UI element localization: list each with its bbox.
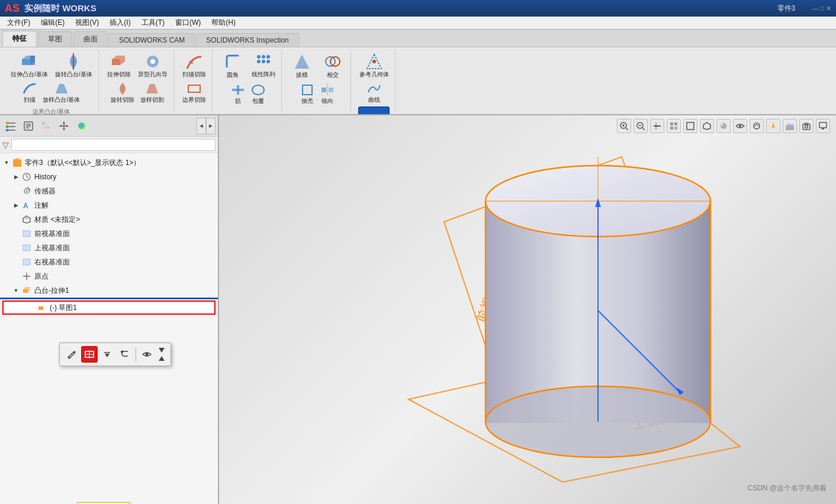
btn-mirror[interactable]: 镜向 [319, 82, 336, 106]
root-expand-arrow[interactable]: ▼ [2, 159, 11, 167]
nav-prev-btn[interactable]: ◄ [197, 118, 206, 134]
svg-point-58 [26, 190, 28, 192]
ribbon-tabs: 特征 草图 曲面 SOLIDWORKS CAM SOLIDWORKS Inspe… [0, 30, 836, 47]
history-expand-arrow[interactable]: ▶ [12, 173, 20, 181]
tree-item-history[interactable]: ▶ History [0, 170, 218, 184]
btn-linear-pattern[interactable]: 线性阵列 [249, 51, 278, 79]
tree-item-top-plane[interactable]: ▶ 上视基准面 [0, 241, 218, 255]
ctx-order-btn[interactable] [99, 346, 115, 363]
boss-extrude1-icon [21, 285, 32, 296]
fillet-icon [223, 52, 242, 71]
extrude-cut-label: 拉伸切除 [107, 71, 131, 78]
btn-extrude-cut[interactable]: 拉伸切除 [105, 51, 133, 79]
btn-rib[interactable]: 筋 [229, 82, 247, 106]
btn-sweep-cut[interactable]: 扫描切除 [180, 51, 208, 79]
tree-item-origin[interactable]: ▶ 原点 [0, 269, 218, 283]
boundary-cut-icon [187, 82, 201, 96]
filter-bar: ▽ [0, 137, 218, 153]
appearance-btn[interactable] [73, 118, 90, 134]
btn-wrap[interactable]: 包覆 [249, 82, 267, 106]
wrap-label: 包覆 [252, 97, 264, 105]
ribbon-row-protrusion: 拉伸凸台/基体 旋转凸台/基体 [8, 51, 95, 79]
tree-root[interactable]: ▼ 零件3（默认<<默认>_显示状态 1>） [0, 156, 218, 170]
history-icon [21, 172, 32, 182]
svg-point-17 [266, 60, 270, 63]
svg-marker-50 [66, 125, 69, 127]
tree-item-material[interactable]: ▶ 材质 <未指定> [0, 212, 218, 227]
tab-sw-cam[interactable]: SOLIDWORKS CAM [109, 33, 195, 47]
filter-input[interactable] [11, 139, 216, 151]
menu-help[interactable]: 帮助(H) [207, 17, 240, 29]
root-icon [12, 157, 22, 168]
menu-view[interactable]: 视图(V) [70, 17, 104, 29]
ctx-eye-btn[interactable] [139, 346, 155, 363]
tree-item-sketch1[interactable]: ▶ (-) 草图1 [2, 301, 216, 315]
draft-icon [292, 52, 311, 71]
ribbon-row-fillet: 圆角 线性阵列 [218, 51, 278, 80]
titlebar: AS 实例随时 WORKS 零件3 — □ ✕ [0, 0, 836, 17]
tree-item-boss-extrude1[interactable]: ▼ 凸台-拉伸1 [0, 283, 218, 298]
svg-rect-64 [23, 259, 30, 265]
btn-draft[interactable]: 拔模 [288, 51, 316, 80]
ctx-move-up-btn[interactable] [156, 355, 167, 363]
tab-sketch[interactable]: 草图 [38, 31, 72, 47]
menu-edit[interactable]: 编辑(E) [36, 17, 69, 29]
menu-file[interactable]: 文件(F) [2, 17, 35, 29]
btn-boundary-cut[interactable]: 边界切除 [181, 80, 208, 105]
viewport[interactable]: 上视基准面 前视基准面 [219, 115, 836, 504]
btn-fillet[interactable]: 圆角 [218, 51, 247, 80]
tree-item-right-plane[interactable]: ▶ 右视基准面 [0, 255, 218, 269]
ribbon-group-fillet: 圆角 线性阵列 筋 [215, 50, 282, 112]
tree-item-annotation[interactable]: ▶ A 注解 [0, 198, 218, 212]
linear-pattern-icon [254, 52, 273, 71]
property-manager-btn[interactable] [20, 118, 37, 134]
btn-ref-geometry[interactable]: 参考几何体 [357, 51, 391, 79]
svg-point-15 [257, 60, 261, 63]
tree-item-front-plane[interactable]: ▶ 前视基准面 [0, 227, 218, 241]
tab-features[interactable]: 特征 [2, 31, 37, 47]
annotation-expand-arrow[interactable]: ▶ [12, 201, 20, 209]
ctx-move-down-btn[interactable] [156, 345, 167, 354]
loft-cut-label: 放样切割 [140, 96, 164, 104]
menu-insert[interactable]: 插入(I) [105, 17, 135, 29]
rib-label: 筋 [235, 97, 241, 105]
btn-loft-boss[interactable]: 放样凸台/基体 [41, 80, 82, 105]
btn-shell[interactable]: 抽壳 [298, 82, 316, 106]
linear-pattern-label: 线性阵列 [252, 71, 275, 78]
viewport-3d[interactable]: 上视基准面 前视基准面 [219, 115, 836, 504]
btn-loft-cut[interactable]: 放样切割 [139, 80, 166, 105]
move-triad-btn[interactable] [56, 118, 72, 134]
btn-revolve-boss[interactable]: 旋转凸台/基体 [53, 51, 95, 79]
ctx-rollback-btn[interactable] [117, 346, 133, 363]
btn-curves[interactable]: 曲线 [365, 80, 383, 105]
ctx-edit-sketch-plane-btn[interactable] [81, 346, 98, 363]
tab-sw-inspection[interactable]: SOLIDWORKS Inspection [196, 33, 298, 47]
btn-extrude-boss[interactable]: 拉伸凸台/基体 [8, 51, 50, 79]
tree-item-sensor[interactable]: ▶ 传感器 [0, 184, 218, 198]
shell-label: 抽壳 [301, 97, 313, 105]
btn-instant3d[interactable]: 3D Instant3D [358, 106, 390, 114]
sweep-cut-icon [185, 52, 204, 71]
tab-surface[interactable]: 曲面 [73, 31, 108, 47]
config-manager-btn[interactable] [38, 118, 54, 134]
draft-label: 拔模 [296, 71, 308, 79]
right-plane-label: 右视基准面 [34, 257, 70, 267]
btn-revolve-cut[interactable]: 旋转切除 [109, 80, 136, 105]
ctx-edit-btn[interactable] [63, 346, 80, 363]
annotation-label: 注解 [34, 201, 49, 211]
shell-icon [300, 83, 314, 97]
btn-sweep[interactable]: 扫描 [21, 80, 38, 105]
menu-window[interactable]: 窗口(W) [171, 17, 205, 29]
svg-rect-41 [42, 122, 45, 125]
btn-hole-wizard[interactable]: 异型孔向导 [136, 51, 170, 79]
nav-next-btn[interactable]: ► [206, 118, 216, 134]
menu-tools[interactable]: 工具(T) [137, 17, 169, 29]
boss-extrude1-expand[interactable]: ▼ [12, 286, 20, 295]
svg-marker-47 [63, 121, 65, 124]
svg-marker-26 [321, 88, 326, 92]
feature-tree-btn[interactable] [2, 118, 19, 134]
btn-intersect[interactable]: 相交 [319, 51, 347, 80]
ref-geometry-icon [365, 52, 384, 71]
svg-text:3D: 3D [366, 114, 377, 114]
mirror-label: 镜向 [321, 97, 333, 105]
